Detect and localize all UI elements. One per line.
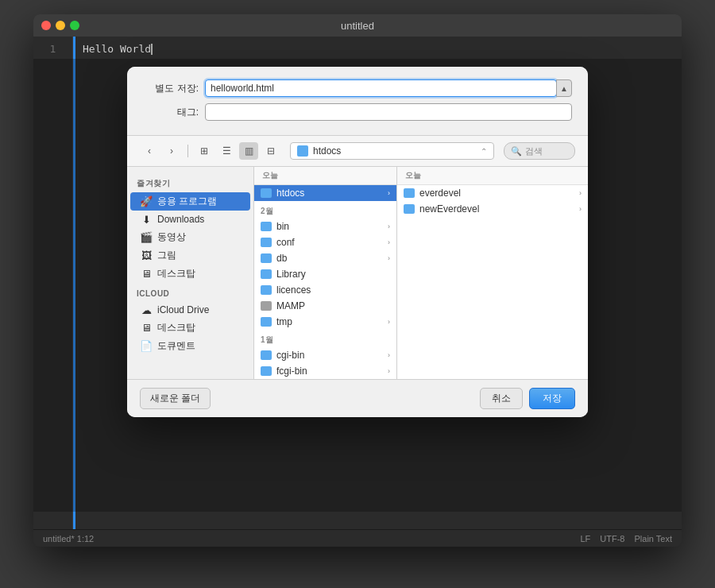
- search-box: 🔍 검색: [504, 142, 575, 160]
- col1-item-htdocs[interactable]: htdocs ›: [254, 185, 396, 201]
- close-button[interactable]: [41, 21, 51, 30]
- cancel-button[interactable]: 취소: [480, 388, 523, 409]
- licences-label: licences: [276, 284, 311, 296]
- sidebar-item-desktop[interactable]: 🖥 데스크탑: [130, 265, 250, 283]
- col1-item-db[interactable]: db ›: [254, 250, 396, 266]
- apps-icon: 🚀: [140, 195, 153, 208]
- gallery-view-button[interactable]: ⊟: [261, 142, 280, 160]
- tmp-chevron-icon: ›: [388, 318, 390, 326]
- conf-chevron-icon: ›: [388, 238, 390, 246]
- col1-item-licences[interactable]: licences: [254, 282, 396, 298]
- sidebar-apps-label: 응용 프로그램: [157, 195, 217, 208]
- tags-label: 태그:: [143, 106, 199, 119]
- movies-icon: 🎬: [140, 231, 153, 244]
- filename-row: 별도 저장: ▲: [143, 79, 572, 97]
- icloud-desktop-icon: 🖥: [140, 322, 153, 335]
- conf-label: conf: [276, 237, 295, 248]
- back-button[interactable]: ‹: [140, 142, 159, 160]
- status-left: untitled* 1:12: [43, 534, 94, 544]
- save-button[interactable]: 저장: [529, 388, 575, 409]
- downloads-icon: ⬇: [140, 213, 153, 226]
- col1-item-fcgi-bin[interactable]: fcgi-bin ›: [254, 363, 396, 379]
- editor-area: 1 Hello World 별도 저장: ▲ 태그:: [33, 37, 682, 529]
- filename-input[interactable]: [205, 79, 557, 97]
- search-icon: 🔍: [511, 146, 522, 157]
- col2-item-everdevel[interactable]: everdevel ›: [397, 185, 588, 201]
- sidebar-pictures-label: 그림: [157, 249, 176, 262]
- column-panel-1: 오늘 htdocs › 2월 bin ›: [254, 167, 397, 379]
- sidebar-downloads-label: Downloads: [157, 214, 204, 225]
- licences-folder-icon: [261, 285, 272, 295]
- pictures-icon: 🖼: [140, 250, 153, 262]
- mamp-folder-icon: [261, 301, 272, 311]
- col1-item-bin[interactable]: bin ›: [254, 219, 396, 234]
- sidebar-desktop-label: 데스크탑: [157, 267, 195, 280]
- sidebar-item-icloud-drive[interactable]: ☁ iCloud Drive: [130, 301, 250, 319]
- tags-input[interactable]: [205, 103, 572, 121]
- db-folder-icon: [261, 253, 272, 263]
- sidebar-item-pictures[interactable]: 🖼 그림: [130, 246, 250, 265]
- col1-item-library[interactable]: Library: [254, 266, 396, 282]
- title-bar-buttons: [41, 21, 79, 30]
- modal-overlay: 별도 저장: ▲ 태그: ‹ › ⊞ ☰ ▥: [33, 59, 682, 512]
- fcgi-bin-chevron-icon: ›: [388, 367, 390, 375]
- section-feb: 2월: [254, 201, 396, 219]
- everdevel-chevron-icon: ›: [579, 189, 582, 197]
- save-label: 별도 저장:: [143, 82, 199, 95]
- sidebar-item-movies[interactable]: 🎬 동영상: [130, 228, 250, 246]
- library-folder-icon: [261, 269, 272, 279]
- col1-item-conf[interactable]: conf ›: [254, 234, 396, 250]
- code-line: Hello World: [83, 43, 672, 55]
- col1-item-tmp[interactable]: tmp ›: [254, 314, 396, 330]
- location-text: htdocs: [313, 145, 341, 157]
- forward-button[interactable]: ›: [162, 142, 181, 160]
- htdocs-chevron-icon: ›: [388, 189, 390, 197]
- tags-row: 태그:: [143, 103, 572, 121]
- search-placeholder: 검색: [525, 145, 543, 157]
- cgi-bin-chevron-icon: ›: [388, 351, 390, 359]
- everdevel-folder-icon: [404, 188, 415, 198]
- sidebar-item-icloud-desktop[interactable]: 🖥 데스크탑: [130, 319, 250, 337]
- neweverdevel-folder-icon: [404, 204, 415, 214]
- bin-folder-icon: [261, 222, 272, 231]
- neweverdevel-chevron-icon: ›: [579, 205, 582, 213]
- col2-item-neweverdevel[interactable]: newEverdevel ›: [397, 201, 588, 217]
- sidebar-item-documents[interactable]: 📄 도큐멘트: [130, 337, 250, 355]
- maximize-button[interactable]: [70, 21, 79, 30]
- fcgi-bin-folder-icon: [261, 366, 272, 376]
- column-view-button[interactable]: ▥: [239, 142, 258, 160]
- db-label: db: [276, 253, 287, 264]
- line-number: 1: [50, 43, 56, 55]
- sidebar-documents-label: 도큐멘트: [157, 339, 195, 353]
- htdocs-folder-icon: [261, 188, 272, 198]
- sidebar-item-apps[interactable]: 🚀 응용 프로그램: [130, 192, 250, 211]
- sidebar-item-downloads[interactable]: ⬇ Downloads: [130, 211, 250, 228]
- documents-icon: 📄: [140, 340, 153, 353]
- fcgi-bin-label: fcgi-bin: [276, 366, 307, 377]
- save-dialog: 별도 저장: ▲ 태그: ‹ › ⊞ ☰ ▥: [127, 67, 588, 417]
- toolbar-separator: [187, 145, 188, 157]
- minimize-button[interactable]: [56, 21, 65, 30]
- icon-view-button[interactable]: ⊞: [195, 142, 214, 160]
- location-folder-icon: [297, 145, 308, 157]
- dialog-top: 별도 저장: ▲ 태그:: [127, 67, 588, 136]
- text-cursor: [151, 44, 153, 55]
- col1-item-cgi-bin[interactable]: cgi-bin ›: [254, 347, 396, 363]
- col2-header: 오늘: [397, 167, 588, 185]
- encoding: UTF-8: [600, 534, 624, 544]
- location-pill[interactable]: htdocs ⌃: [290, 142, 494, 160]
- library-label: Library: [276, 269, 306, 280]
- icloud-icon: ☁: [140, 304, 153, 316]
- favorites-label: 즐겨찾기: [127, 172, 253, 192]
- col1-item-mamp[interactable]: MAMP: [254, 298, 396, 314]
- col1-header: 오늘: [254, 167, 396, 185]
- syntax-mode: Plain Text: [635, 534, 673, 544]
- expand-button[interactable]: ▲: [556, 79, 572, 97]
- code-text: Hello World: [83, 43, 151, 55]
- dialog-bottom: 새로운 폴더 취소 저장: [127, 379, 588, 417]
- list-view-button[interactable]: ☰: [217, 142, 236, 160]
- new-folder-button[interactable]: 새로운 폴더: [140, 388, 211, 409]
- mamp-label: MAMP: [276, 300, 305, 311]
- status-bar: untitled* 1:12 LF UTF-8 Plain Text: [33, 529, 682, 547]
- desktop-icon: 🖥: [140, 268, 153, 280]
